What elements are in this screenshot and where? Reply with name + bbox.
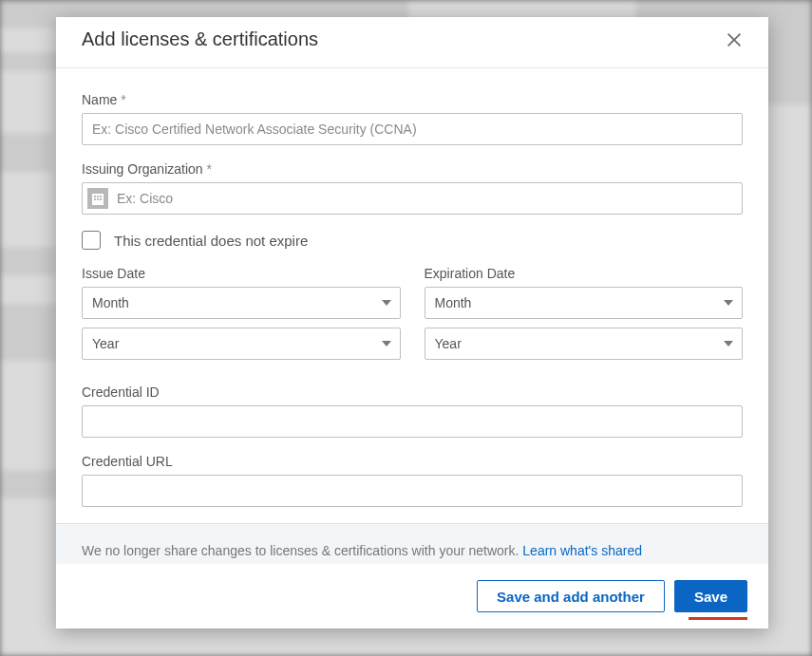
org-input-wrap [82, 182, 743, 215]
cred-id-field: Credential ID [82, 384, 743, 438]
notice-text: We no longer share changes to licenses &… [82, 543, 522, 558]
cred-id-input[interactable] [82, 405, 743, 438]
exp-year-select[interactable]: Year [425, 328, 744, 360]
name-field: Name * [82, 92, 743, 145]
share-notice: We no longer share changes to licenses &… [56, 523, 768, 564]
cred-url-field: Credential URL [82, 454, 743, 507]
issue-date-col: Issue Date Month Year [82, 266, 401, 368]
learn-whats-shared-link[interactable]: Learn what's shared [522, 543, 642, 558]
close-icon[interactable] [724, 29, 745, 50]
no-expire-row: This credential does not expire [82, 231, 743, 250]
save-underline-highlight [689, 617, 747, 620]
save-add-another-button[interactable]: Save and add another [477, 580, 665, 612]
modal-footer: Save and add another Save [56, 564, 768, 628]
issue-month-select[interactable]: Month [82, 287, 401, 319]
svg-rect-6 [94, 198, 96, 200]
svg-rect-4 [97, 196, 99, 197]
expiration-date-label: Expiration Date [425, 266, 744, 281]
issue-date-label: Issue Date [82, 266, 401, 281]
svg-rect-8 [100, 198, 102, 200]
add-license-modal: Add licenses & certifications Name * Iss… [56, 17, 768, 628]
required-mark: * [207, 161, 212, 177]
svg-rect-7 [97, 198, 99, 200]
name-label: Name * [82, 92, 743, 107]
exp-month-select[interactable]: Month [425, 287, 744, 319]
building-icon [87, 188, 108, 209]
cred-url-input[interactable] [82, 475, 743, 507]
no-expire-label: This credential does not expire [114, 233, 308, 249]
expiration-date-col: Expiration Date Month Year [425, 266, 744, 368]
dates-row: Issue Date Month Year Expiration Date Mo… [82, 266, 743, 368]
required-mark: * [121, 92, 125, 107]
save-button[interactable]: Save [674, 580, 747, 612]
name-input[interactable] [82, 113, 743, 145]
no-expire-checkbox[interactable] [82, 231, 101, 250]
org-field: Issuing Organization * [82, 161, 743, 215]
cred-url-label: Credential URL [82, 454, 743, 469]
modal-header: Add licenses & certifications [56, 17, 768, 68]
cred-id-label: Credential ID [82, 384, 743, 400]
svg-rect-3 [94, 196, 96, 197]
org-input[interactable] [82, 182, 743, 215]
svg-rect-5 [100, 196, 102, 197]
modal-title: Add licenses & certifications [82, 28, 318, 50]
modal-body: Name * Issuing Organization * This crede… [56, 68, 768, 564]
org-label: Issuing Organization * [82, 161, 743, 177]
issue-year-select[interactable]: Year [82, 328, 401, 360]
